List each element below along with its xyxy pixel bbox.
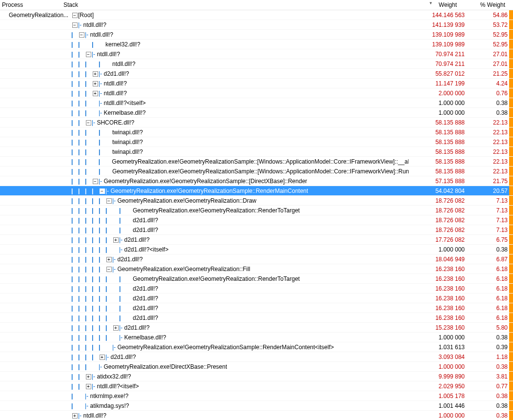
table-row[interactable]: ||+|- atidxx32.dll!?9.999 8903.81	[0, 372, 513, 381]
expand-icon[interactable]: +	[105, 256, 112, 263]
weight-cell: 16.238 160	[409, 305, 469, 312]
table-row[interactable]: |−|- ntdll.dll!?139.109 98952.95	[0, 30, 513, 40]
collapse-icon[interactable]: −	[78, 31, 85, 38]
expand-icon[interactable]: +	[92, 70, 99, 77]
collapse-icon[interactable]: −	[105, 197, 112, 204]
weight-cell: 15.238 160	[409, 324, 469, 331]
col-header-process[interactable]: Process	[0, 1, 62, 8]
pct-weight-cell: 7.13	[469, 207, 509, 214]
pct-weight-cell: 0.38	[469, 402, 509, 409]
table-row[interactable]: |||||−|- GeometryRealization.exe!Geometr…	[0, 196, 513, 206]
table-row[interactable]: |||kernel32.dll!?139.109 98952.95	[0, 40, 513, 49]
expand-icon[interactable]: +	[112, 324, 119, 331]
weight-bar	[509, 69, 513, 78]
table-row[interactable]: ||- atikmdag.sys!?1.001 4460.38	[0, 401, 513, 411]
table-row[interactable]: ||||- GeometryRealization.exe!DirectXBas…	[0, 362, 513, 372]
table-row[interactable]: |||||||d2d1.dll!?18.726 0827.13	[0, 225, 513, 235]
table-row[interactable]: ||−|- SHCORE.dll!?58.135 88822.13	[0, 118, 513, 127]
table-row[interactable]: |||+|- ntdll.dll!?11.147 1994.24	[0, 79, 513, 88]
stack-cell: |||||||d2d1.dll!?	[71, 285, 409, 292]
table-row[interactable]: +|- ntdll.dll!?1.000 0000.38	[0, 411, 513, 420]
table-row[interactable]: |||−|- GeometryRealization.exe!GeometryR…	[0, 176, 513, 186]
table-row[interactable]: ||||twinapi.dll!?58.135 88822.13	[0, 127, 513, 137]
stack-label: |- ntdll.dll!?	[78, 412, 106, 419]
stack-label: twinapi.dll!?	[112, 129, 143, 136]
table-row[interactable]: |||||||- d2d1.dll!?<itself>1.000 0000.38	[0, 245, 513, 254]
expand-icon[interactable]: +	[112, 236, 119, 243]
weight-cell: 3.093 084	[409, 354, 469, 360]
stack-label: d2d1.dll!?	[133, 315, 158, 321]
table-row[interactable]: ||||- Kernelbase.dll!?1.000 0000.38	[0, 108, 513, 118]
stack-label: d2d1.dll!?	[133, 305, 158, 312]
process-cell: GeometryRealization...	[0, 12, 71, 19]
pct-weight-cell: 0.76	[469, 90, 509, 97]
stack-cell: |||||||d2d1.dll!?	[71, 217, 409, 224]
weight-cell: 18.046 949	[409, 256, 469, 263]
stack-label: |- ntdll.dll!?	[92, 51, 120, 58]
collapse-icon[interactable]: −	[85, 119, 92, 126]
table-row[interactable]: −|- ntdll.dll!?141.139 93953.72	[0, 20, 513, 30]
table-row[interactable]: ||−|- ntdll.dll!?70.974 21127.01	[0, 49, 513, 59]
col-header-stack[interactable]: Stack	[62, 1, 401, 8]
table-row[interactable]: ||- ntkrnlmp.exe!?1.005 1780.38	[0, 391, 513, 401]
col-header-weight[interactable]: ▼Weight	[401, 1, 461, 8]
expand-icon[interactable]: +	[85, 373, 92, 380]
table-row[interactable]: ||||twinapi.dll!?58.135 88822.13	[0, 137, 513, 147]
pct-weight-cell: 0.38	[469, 109, 509, 116]
table-row[interactable]: |||||||- Kernelbase.dll!?1.000 0000.38	[0, 333, 513, 342]
table-row[interactable]: GeometryRealization...−[Root]144.146 563…	[0, 10, 513, 20]
collapse-icon[interactable]: −	[71, 21, 78, 28]
pct-weight-cell: 22.13	[469, 119, 509, 126]
table-row[interactable]: |||||||GeometryRealization.exe!GeometryR…	[0, 206, 513, 215]
weight-bar	[509, 372, 513, 381]
collapse-icon[interactable]: −	[85, 51, 92, 58]
table-row[interactable]: ||||||- GeometryRealization.exe!Geometry…	[0, 342, 513, 352]
table-row[interactable]: |||+|- d2d1.dll!?55.827 01221.25	[0, 69, 513, 79]
table-row[interactable]: |||||||d2d1.dll!?18.726 0827.13	[0, 215, 513, 225]
table-row[interactable]: |||+|- ntdll.dll!?2.000 0000.76	[0, 88, 513, 98]
stack-cell: ||||twinapi.dll!?	[71, 148, 409, 155]
expand-icon[interactable]: +	[85, 383, 92, 390]
collapse-icon[interactable]: −	[105, 266, 112, 273]
weight-cell: 58.135 888	[409, 148, 469, 155]
stack-label: |- GeometryRealization.exe!GeometryReali…	[112, 266, 250, 273]
table-row[interactable]: ||||GeometryRealization.exe!GeometryReal…	[0, 157, 513, 167]
weight-cell: 70.974 211	[409, 51, 469, 58]
weight-cell: 18.726 082	[409, 197, 469, 204]
expand-icon[interactable]: +	[92, 80, 99, 87]
table-row[interactable]: ||||+|- d2d1.dll!?3.093 0841.18	[0, 352, 513, 362]
expand-icon[interactable]: +	[92, 90, 99, 97]
expand-icon[interactable]: +	[71, 412, 78, 419]
weight-bar	[509, 294, 513, 303]
table-row[interactable]: ||||twinapi.dll!?58.135 88822.13	[0, 147, 513, 157]
table-row[interactable]: ||||||+|- d2d1.dll!?17.726 0826.75	[0, 235, 513, 245]
table-row[interactable]: |||||||d2d1.dll!?16.238 1606.18	[0, 303, 513, 313]
col-header-pct-weight[interactable]: % Weight	[461, 1, 509, 8]
pct-weight-cell: 0.39	[469, 344, 509, 351]
table-row[interactable]: |||||||GeometryRealization.exe!GeometryR…	[0, 274, 513, 284]
collapse-icon[interactable]: −	[71, 12, 78, 19]
table-row[interactable]: |||||+|- d2d1.dll!?18.046 9496.87	[0, 254, 513, 264]
stack-label: |- atikmdag.sys!?	[85, 402, 129, 409]
table-row[interactable]: |||||−|- GeometryRealization.exe!Geometr…	[0, 264, 513, 274]
table-row[interactable]: ||||||+|- d2d1.dll!?15.238 1605.80	[0, 323, 513, 333]
collapse-icon[interactable]: −	[92, 178, 99, 185]
weight-cell: 9.999 890	[409, 373, 469, 380]
table-row[interactable]: |||||||d2d1.dll!?16.238 1606.18	[0, 313, 513, 323]
table-row[interactable]: ||+|- ntdll.dll!?<itself>2.029 9500.77	[0, 381, 513, 391]
weight-bar	[509, 59, 513, 68]
table-row[interactable]: |||||||d2d1.dll!?16.238 1606.18	[0, 284, 513, 294]
table-row[interactable]: ||||GeometryRealization.exe!GeometryReal…	[0, 167, 513, 176]
weight-cell: 1.031 613	[409, 344, 469, 351]
weight-cell: 2.029 950	[409, 383, 469, 390]
collapse-icon[interactable]: −	[99, 188, 105, 194]
table-row[interactable]: ||||ntdll.dll!?70.974 21127.01	[0, 59, 513, 69]
weight-bar	[509, 323, 513, 332]
table-row[interactable]: ||||- ntdll.dll!?<itself>1.000 0000.38	[0, 98, 513, 108]
pct-weight-cell: 3.81	[469, 373, 509, 380]
weight-bar	[509, 30, 513, 39]
expand-icon[interactable]: +	[99, 354, 105, 360]
stack-cell: ||||+|- d2d1.dll!?	[71, 354, 409, 360]
table-row[interactable]: ||||−|- GeometryRealization.exe!Geometry…	[0, 186, 513, 196]
table-row[interactable]: |||||||d2d1.dll!?16.238 1606.18	[0, 294, 513, 303]
